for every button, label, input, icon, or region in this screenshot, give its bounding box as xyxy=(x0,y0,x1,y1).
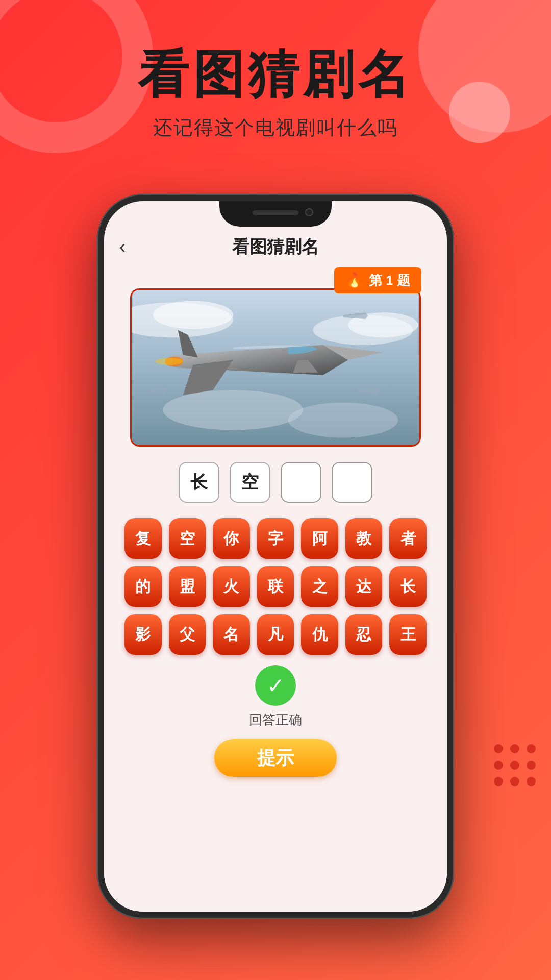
svg-point-5 xyxy=(163,390,303,430)
char-btn-阿[interactable]: 阿 xyxy=(301,518,338,559)
phone-mockup: ‹ 看图猜剧名 🔥 第 1 题 xyxy=(97,194,454,919)
character-grid: 复 空 你 字 阿 教 者 的 盟 火 联 xyxy=(124,518,427,655)
question-badge-wrap: 🔥 第 1 题 xyxy=(334,267,421,293)
char-row-3: 影 父 名 凡 仇 忍 王 xyxy=(124,614,427,655)
svg-point-2 xyxy=(153,301,233,329)
app-subtitle: 还记得这个电视剧叫什么吗 xyxy=(0,115,551,141)
question-image xyxy=(130,288,421,447)
back-button[interactable]: ‹ xyxy=(119,236,126,258)
question-badge: 🔥 第 1 题 xyxy=(334,267,421,293)
char-btn-长[interactable]: 长 xyxy=(389,566,427,607)
hint-button[interactable]: 提示 xyxy=(214,739,337,777)
bg-dots xyxy=(494,744,536,786)
svg-point-6 xyxy=(288,403,398,438)
char-btn-仇[interactable]: 仇 xyxy=(301,614,338,655)
char-btn-你[interactable]: 你 xyxy=(213,518,250,559)
correct-text: 回答正确 xyxy=(249,711,302,729)
char-btn-盟[interactable]: 盟 xyxy=(169,566,206,607)
svg-point-8 xyxy=(155,358,183,365)
phone-outer-shell: ‹ 看图猜剧名 🔥 第 1 题 xyxy=(97,194,454,919)
char-row-1: 复 空 你 字 阿 教 者 xyxy=(124,518,427,559)
top-text-area: 看图猜剧名 还记得这个电视剧叫什么吗 xyxy=(0,41,551,141)
screen-title: 看图猜剧名 xyxy=(232,235,319,259)
answer-blanks: 长 空 xyxy=(179,462,372,503)
notch-speaker xyxy=(253,210,298,215)
char-row-2: 的 盟 火 联 之 达 长 xyxy=(124,566,427,607)
char-btn-教[interactable]: 教 xyxy=(345,518,383,559)
char-btn-父[interactable]: 父 xyxy=(169,614,206,655)
answer-blank-1: 长 xyxy=(179,462,219,503)
char-btn-达[interactable]: 达 xyxy=(345,566,383,607)
char-btn-者[interactable]: 者 xyxy=(389,518,427,559)
char-btn-联[interactable]: 联 xyxy=(257,566,294,607)
char-btn-名[interactable]: 名 xyxy=(213,614,250,655)
char-btn-复[interactable]: 复 xyxy=(124,518,162,559)
notch-camera xyxy=(305,208,313,216)
char-btn-忍[interactable]: 忍 xyxy=(345,614,383,655)
phone-notch xyxy=(219,201,332,227)
screen-header: ‹ 看图猜剧名 xyxy=(104,227,447,267)
question-section: 🔥 第 1 题 xyxy=(104,267,447,912)
char-btn-影[interactable]: 影 xyxy=(124,614,162,655)
char-btn-之[interactable]: 之 xyxy=(301,566,338,607)
jet-scene xyxy=(132,290,419,445)
char-btn-的[interactable]: 的 xyxy=(124,566,162,607)
correct-section: ✓ 回答正确 xyxy=(249,665,302,729)
char-btn-王[interactable]: 王 xyxy=(389,614,427,655)
phone-screen: ‹ 看图猜剧名 🔥 第 1 题 xyxy=(104,201,447,912)
char-btn-火[interactable]: 火 xyxy=(213,566,250,607)
char-btn-空[interactable]: 空 xyxy=(169,518,206,559)
flame-icon: 🔥 xyxy=(345,272,363,288)
answer-blank-3 xyxy=(281,462,321,503)
char-btn-凡[interactable]: 凡 xyxy=(257,614,294,655)
correct-circle: ✓ xyxy=(255,665,296,706)
screen-content: ‹ 看图猜剧名 🔥 第 1 题 xyxy=(104,201,447,912)
char-btn-字[interactable]: 字 xyxy=(257,518,294,559)
answer-blank-4 xyxy=(332,462,372,503)
checkmark-icon: ✓ xyxy=(267,673,285,698)
answer-blank-2: 空 xyxy=(230,462,270,503)
app-title: 看图猜剧名 xyxy=(0,41,551,110)
